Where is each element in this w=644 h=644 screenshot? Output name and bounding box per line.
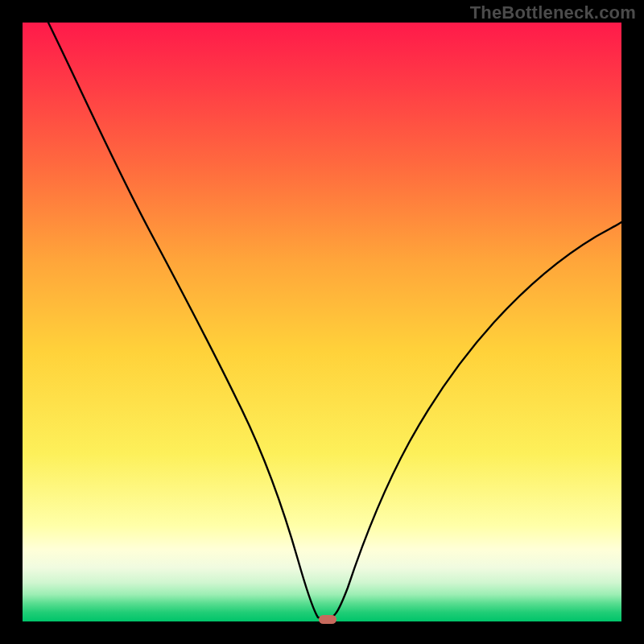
plot-area [23,23,621,621]
bottleneck-chart [0,0,644,644]
chart-stage: TheBottleneck.com [0,0,644,644]
optimum-marker [319,615,336,624]
watermark-text: TheBottleneck.com [470,2,636,23]
